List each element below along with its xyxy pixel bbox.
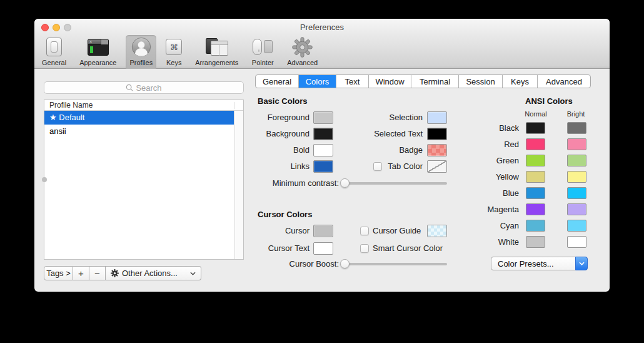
window-chrome: Preferences General × Appearance — [34, 19, 610, 69]
cursor-guide-color-swatch[interactable] — [427, 225, 447, 237]
links-label: Links — [234, 160, 309, 173]
toolbar-item-keys[interactable]: ⌘ Keys — [162, 35, 186, 69]
tab-color-label: Tab Color — [385, 160, 423, 173]
ansi-white-normal-swatch[interactable] — [526, 236, 545, 248]
appearance-icon: × — [88, 36, 109, 58]
toolbar-item-general[interactable]: General — [38, 35, 70, 69]
toolbar-item-appearance[interactable]: × Appearance — [76, 35, 120, 69]
ansi-yellow-normal-swatch[interactable] — [526, 171, 545, 183]
background-color-swatch[interactable] — [313, 128, 333, 140]
tab-window[interactable]: Window — [368, 75, 411, 88]
ansi-red-bright-swatch[interactable] — [567, 138, 586, 150]
bold-color-swatch[interactable] — [313, 144, 333, 156]
color-presets-dropdown[interactable]: Color Presets... — [491, 257, 588, 270]
ansi-red-normal-swatch[interactable] — [526, 138, 545, 150]
ansi-green-bright-swatch[interactable] — [567, 155, 586, 166]
ansi-cyan-normal-swatch[interactable] — [526, 220, 545, 232]
ansi-black-normal-swatch[interactable] — [526, 122, 545, 134]
profile-row-default[interactable]: ★ Default — [44, 111, 234, 125]
splitter-handle[interactable] — [42, 177, 47, 182]
ansi-col-normal: Normal — [516, 110, 555, 118]
search-icon — [126, 84, 133, 91]
links-color-swatch[interactable] — [313, 160, 333, 173]
ansi-magenta-bright-swatch[interactable] — [567, 203, 586, 215]
ansi-yellow-label: Yellow — [472, 171, 519, 183]
foreground-color-swatch[interactable] — [313, 111, 333, 124]
toolbar-item-pointer[interactable]: Pointer — [248, 35, 278, 69]
remove-profile-button[interactable]: − — [89, 266, 106, 280]
toolbar-item-profiles[interactable]: Profiles — [126, 35, 156, 69]
cursor-colors-heading: Cursor Colors — [258, 210, 312, 219]
profile-list: Profile Name ★ Default ansii — [44, 100, 244, 260]
smart-cursor-color-checkbox[interactable] — [360, 244, 369, 253]
tags-button[interactable]: Tags > — [44, 266, 73, 280]
dropdown-chevron-cap — [575, 257, 588, 270]
pointer-icon — [251, 36, 274, 58]
tab-session[interactable]: Session — [458, 75, 502, 88]
badge-color-swatch[interactable] — [427, 144, 447, 156]
profile-name: ansii — [49, 126, 66, 136]
settings-tabstrip: General Colors Text Window Terminal Sess… — [255, 74, 591, 88]
tab-color-checkbox[interactable] — [373, 162, 382, 171]
cursor-boost-slider-knob[interactable] — [340, 259, 350, 269]
tab-keys[interactable]: Keys — [502, 75, 537, 88]
ansi-black-bright-swatch[interactable] — [567, 122, 586, 134]
star-icon: ★ — [49, 113, 57, 122]
selection-color-swatch[interactable] — [427, 111, 447, 124]
selected-text-color-swatch[interactable] — [427, 128, 447, 140]
search-placeholder: Search — [136, 83, 161, 93]
cursor-guide-label: Cursor Guide — [373, 225, 429, 237]
tab-terminal[interactable]: Terminal — [411, 75, 458, 88]
toolbar-item-advanced[interactable]: Advanced — [283, 35, 321, 69]
minimum-contrast-slider[interactable] — [341, 182, 447, 185]
background-label: Background — [234, 128, 309, 140]
header-divider — [234, 102, 234, 109]
ansi-magenta-normal-swatch[interactable] — [526, 203, 545, 215]
ansi-yellow-bright-swatch[interactable] — [567, 171, 586, 183]
selected-text-label: Selected Text — [348, 128, 423, 140]
toolbar: General × Appearance — [37, 35, 321, 69]
ansi-black-label: Black — [472, 122, 519, 135]
basic-colors-heading: Basic Colors — [258, 96, 307, 106]
add-profile-button[interactable]: + — [73, 266, 89, 280]
smart-cursor-color-label: Smart Cursor Color — [373, 242, 460, 255]
tab-advanced[interactable]: Advanced — [537, 75, 590, 88]
cursor-color-swatch[interactable] — [313, 225, 333, 237]
ansi-blue-label: Blue — [472, 187, 519, 200]
profile-row-ansii[interactable]: ansii — [44, 125, 234, 138]
cursor-guide-checkbox[interactable] — [360, 227, 369, 235]
minimum-contrast-label: Minimum contrast: — [245, 177, 339, 190]
minimum-contrast-slider-knob[interactable] — [340, 178, 350, 188]
ansi-white-bright-swatch[interactable] — [567, 236, 586, 248]
preferences-window: Preferences General × Appearance — [34, 19, 610, 292]
gear-icon — [111, 269, 119, 277]
ansi-blue-normal-swatch[interactable] — [526, 187, 545, 199]
tab-color-swatch[interactable] — [427, 160, 447, 173]
badge-label: Badge — [348, 144, 423, 156]
ansi-blue-bright-swatch[interactable] — [567, 187, 586, 199]
cursor-text-color-swatch[interactable] — [313, 242, 333, 255]
cursor-label: Cursor — [234, 225, 309, 237]
tab-colors[interactable]: Colors — [298, 75, 336, 88]
chevron-down-icon — [190, 272, 196, 275]
profile-name: Default — [59, 113, 84, 122]
ansi-cyan-label: Cyan — [472, 220, 519, 232]
profiles-icon — [131, 36, 151, 58]
window-title: Preferences — [34, 23, 610, 32]
other-actions-button[interactable]: Other Actions... — [106, 266, 201, 280]
toolbar-item-arrangements[interactable]: Arrangements — [191, 35, 242, 69]
tab-text[interactable]: Text — [336, 75, 368, 88]
foreground-label: Foreground — [234, 111, 309, 124]
profile-list-header[interactable]: Profile Name — [44, 100, 243, 111]
tab-general[interactable]: General — [256, 75, 298, 88]
search-input[interactable]: Search — [44, 81, 244, 94]
cursor-text-label: Cursor Text — [234, 242, 309, 255]
ansi-cyan-bright-swatch[interactable] — [567, 220, 586, 232]
cursor-boost-slider[interactable] — [341, 263, 447, 265]
advanced-gear-icon — [292, 36, 313, 58]
ansi-green-label: Green — [472, 155, 519, 167]
keys-icon: ⌘ — [166, 36, 182, 58]
cursor-boost-label: Cursor Boost: — [276, 258, 339, 270]
ansi-green-normal-swatch[interactable] — [526, 155, 545, 166]
profile-footer-bar: Tags > + − Other Actions... — [44, 266, 201, 280]
